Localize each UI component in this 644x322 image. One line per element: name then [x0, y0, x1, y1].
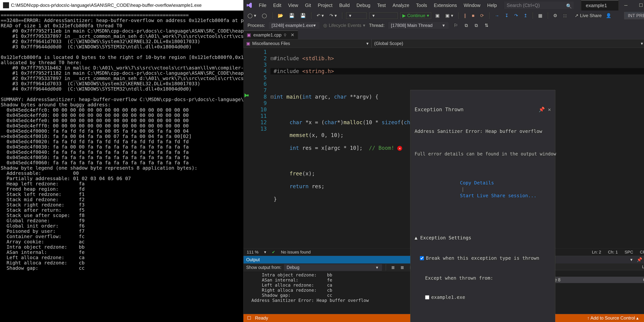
close-tab-icon[interactable]: ✕ — [291, 32, 294, 38]
cursor-ln: Ln: 2 — [592, 250, 601, 255]
redo-button[interactable]: ↷ ▾ — [328, 12, 338, 19]
output-tool-2[interactable]: ≣ — [399, 265, 406, 271]
step-into-button[interactable]: ↧ — [503, 12, 510, 19]
nav-fwd-button[interactable]: ◯ — [260, 12, 268, 19]
stop-debug-button[interactable]: ■ — [470, 12, 476, 19]
status-ready-icon: ☐ — [247, 316, 251, 321]
issues-text: No issues found — [281, 250, 310, 255]
code-editor[interactable]: 12345678910111213 ⊟#include <stdlib.h> #… — [243, 48, 644, 248]
misc-files-icon: ▣ — [246, 41, 250, 46]
nav-back-button[interactable]: ◯ ▾ — [246, 12, 258, 19]
indent-mode[interactable]: SPC — [624, 250, 633, 255]
lifecycle-events[interactable]: ◎Lifecycle Events▾ — [323, 23, 365, 28]
undo-button[interactable]: ↶ ▾ — [315, 12, 326, 19]
except-from-label: Except when thrown from: — [425, 275, 551, 281]
copy-details-link[interactable]: Copy Details — [460, 180, 494, 186]
menu-help[interactable]: Help — [484, 3, 500, 8]
error-glyph-icon: ✕ — [397, 146, 402, 151]
step-over-button[interactable]: ↷ — [513, 12, 520, 19]
menu-build[interactable]: Build — [336, 3, 353, 8]
col-lang[interactable]: Lang — [642, 264, 644, 269]
solution-tab[interactable]: example1 — [581, 0, 618, 10]
start-live-share-link[interactable]: Start Live Share session... — [460, 193, 536, 198]
thread-label: Thread: — [369, 23, 385, 28]
cpp-file-icon: ▣ — [247, 32, 251, 38]
feedback-button[interactable]: 👤 — [604, 12, 613, 19]
toolbar-icon-3[interactable]: ▦ — [537, 12, 544, 19]
menu-git[interactable]: Git — [302, 3, 314, 8]
search-box[interactable]: Search (Ctrl+Q) 🔍 — [504, 1, 574, 9]
toolbar2-icon-1[interactable]: ⚐ — [452, 22, 460, 28]
current-statement-icon — [244, 93, 249, 98]
show-next-stmt-button[interactable]: → — [493, 12, 501, 19]
step-out-button[interactable]: ↥ — [522, 12, 529, 19]
process-label: Process: — [248, 23, 265, 28]
process-combo[interactable]: [3248] example1.exe▾ — [269, 22, 320, 29]
maximize-button[interactable]: ☐ — [634, 0, 644, 10]
vs-titlebar: File Edit View Git Project Build Debug T… — [243, 0, 644, 10]
exception-settings-header[interactable]: ▲ Exception Settings — [414, 235, 551, 241]
minimize-button[interactable]: ─ — [618, 0, 634, 10]
menu-view[interactable]: View — [284, 3, 302, 8]
config-combo[interactable]: ▾ — [346, 12, 367, 19]
break-when-checkbox[interactable]: Break when this exception type is thrown — [420, 255, 551, 261]
callstack-pin-icon[interactable]: 📌 — [636, 257, 644, 262]
menu-project[interactable]: Project — [314, 3, 336, 8]
nav-scope-combo[interactable]: (Global Scope)▾ — [372, 39, 644, 48]
editor-area: ▣ example1.cpp ⚲ ✕ ▾ ✿ ▣ Miscellaneous F… — [243, 30, 644, 256]
debug-location-toolbar: Process: [3248] example1.exe▾ ◎Lifecycle… — [243, 21, 644, 30]
menu-tools[interactable]: Tools — [413, 3, 430, 8]
break-all-button[interactable]: ∥ — [462, 12, 468, 19]
menu-window[interactable]: Window — [460, 3, 484, 8]
continue-button[interactable]: ▶ Continue ▾ — [400, 12, 431, 19]
show-output-from-combo[interactable]: Debug▾ — [284, 264, 382, 271]
live-share-icon: ↗ — [575, 13, 578, 18]
restart-button[interactable]: ⟳ — [478, 12, 486, 19]
code-text[interactable]: ⊟#include <stdlib.h> #include <string.h>… — [270, 48, 644, 248]
toolbar2-icon-3[interactable]: ⧉ — [473, 22, 479, 28]
zoom-level[interactable]: 111 % — [247, 250, 258, 255]
toolbar2-icon-2[interactable]: ⧉ — [463, 22, 470, 28]
pin-icon[interactable]: ⚲ — [284, 33, 286, 37]
toolbar-icon-1[interactable]: ▣ — [434, 12, 441, 19]
line-ending[interactable]: CRLF — [640, 250, 644, 255]
exception-detail: Full error details can be found in the o… — [414, 151, 551, 157]
toolbar-icon-4[interactable]: ⚙ — [552, 12, 559, 19]
open-file-button[interactable]: 📂 — [276, 12, 285, 19]
editor-tab-example1[interactable]: ▣ example1.cpp ⚲ ✕ — [243, 30, 298, 39]
platform-combo[interactable]: ▾ — [369, 12, 398, 19]
nav-project-combo[interactable]: ▣ Miscellaneous Files▾ — [243, 39, 372, 48]
toolbar2-icon-4[interactable]: ⇅ — [483, 22, 490, 28]
except-item-checkbox[interactable]: example1.exe — [425, 294, 551, 301]
save-all-button[interactable]: 💾 — [299, 12, 308, 19]
thread-combo[interactable]: [17808] Main Thread▾ — [388, 22, 448, 29]
output-tool-1[interactable]: ≣ — [390, 265, 396, 271]
play-icon: ▶ — [402, 13, 406, 18]
console-output[interactable]: ========================================… — [0, 10, 243, 322]
exception-close-icon[interactable]: ✕ — [548, 106, 551, 113]
live-share-button[interactable]: ↗ Live Share — [575, 13, 602, 18]
exception-popup: Exception Thrown 📌 ✕ Address Sanitizer E… — [410, 90, 555, 322]
menu-extensions[interactable]: Extensions — [430, 3, 460, 8]
menu-analyze[interactable]: Analyze — [389, 3, 413, 8]
toolbar-icon-5[interactable]: ::: — [562, 12, 568, 19]
console-titlebar[interactable]: C:\MSDN\cpp-docs-pr\docs\c-language\ASAN… — [0, 0, 243, 10]
menu-edit[interactable]: Edit — [270, 3, 284, 8]
cursor-ch: Ch: 1 — [608, 250, 618, 255]
menu-debug[interactable]: Debug — [353, 3, 374, 8]
menu-test[interactable]: Test — [374, 3, 389, 8]
exception-message: Address Sanitizer Error: Heap buffer ove… — [414, 128, 551, 135]
add-source-control[interactable]: ↑ Add to Source Control ▴ — [587, 316, 638, 321]
menu-file[interactable]: File — [256, 3, 270, 8]
callstack-dropdown-icon[interactable]: ▾ — [629, 257, 634, 262]
save-button[interactable]: 💾 — [288, 12, 296, 19]
ok-icon: ✔ — [272, 250, 275, 255]
console-app-icon — [3, 2, 9, 8]
visual-studio-window: File Edit View Git Project Build Debug T… — [243, 0, 644, 322]
standard-toolbar: ◯ ▾ ◯ 📂 💾 💾 ↶ ▾ ↷ ▾ ▾ ▾ ▶ Continue ▾ ▣ ▣… — [243, 10, 644, 21]
vs-logo-icon — [246, 1, 253, 9]
preview-badge: INT PREVIEW — [624, 12, 644, 19]
exception-pin-icon[interactable]: 📌 — [538, 106, 545, 113]
console-window: C:\MSDN\cpp-docs-pr\docs\c-language\ASAN… — [0, 0, 243, 322]
toolbar-icon-2[interactable]: ▣ ▾ — [444, 12, 455, 19]
